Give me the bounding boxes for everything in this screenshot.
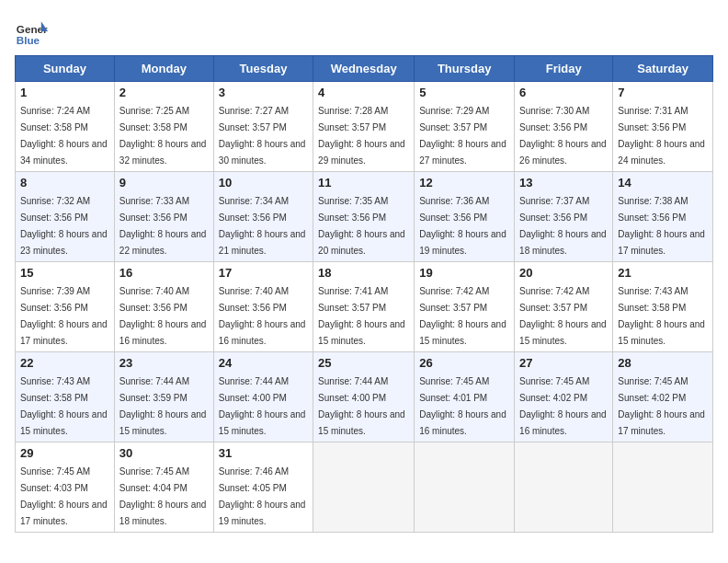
calendar-cell: 26Sunrise: 7:45 AMSunset: 4:01 PMDayligh… [415, 352, 515, 442]
day-detail: Sunrise: 7:30 AMSunset: 3:56 PMDaylight:… [519, 106, 607, 166]
page-header: General Blue [15, 15, 713, 48]
calendar-week-row: 29Sunrise: 7:45 AMSunset: 4:03 PMDayligh… [16, 442, 713, 533]
day-number: 3 [219, 86, 308, 99]
day-number: 4 [318, 86, 409, 99]
calendar-cell: 19Sunrise: 7:42 AMSunset: 3:57 PMDayligh… [415, 262, 515, 352]
calendar-cell: 25Sunrise: 7:44 AMSunset: 4:00 PMDayligh… [313, 352, 415, 442]
day-detail: Sunrise: 7:45 AMSunset: 4:02 PMDaylight:… [618, 376, 705, 436]
calendar-week-row: 22Sunrise: 7:43 AMSunset: 3:58 PMDayligh… [16, 352, 713, 442]
day-detail: Sunrise: 7:37 AMSunset: 3:56 PMDaylight:… [519, 196, 607, 256]
day-number: 7 [618, 86, 708, 99]
calendar-cell: 5Sunrise: 7:29 AMSunset: 3:57 PMDaylight… [415, 82, 515, 172]
day-number: 30 [119, 446, 209, 460]
calendar-week-row: 15Sunrise: 7:39 AMSunset: 3:56 PMDayligh… [16, 262, 713, 352]
calendar-cell: 3Sunrise: 7:27 AMSunset: 3:57 PMDaylight… [213, 82, 313, 172]
calendar-cell: 12Sunrise: 7:36 AMSunset: 3:56 PMDayligh… [415, 172, 515, 262]
day-number: 15 [20, 266, 109, 280]
calendar-cell: 21Sunrise: 7:43 AMSunset: 3:58 PMDayligh… [613, 262, 713, 352]
day-detail: Sunrise: 7:45 AMSunset: 4:03 PMDaylight:… [20, 466, 108, 526]
calendar-cell: 4Sunrise: 7:28 AMSunset: 3:57 PMDaylight… [313, 82, 415, 172]
calendar-cell: 28Sunrise: 7:45 AMSunset: 4:02 PMDayligh… [613, 352, 713, 442]
day-detail: Sunrise: 7:33 AMSunset: 3:56 PMDaylight:… [119, 196, 207, 256]
day-detail: Sunrise: 7:29 AMSunset: 3:57 PMDaylight:… [419, 106, 506, 166]
day-detail: Sunrise: 7:32 AMSunset: 3:56 PMDaylight:… [20, 196, 108, 256]
day-number: 10 [219, 176, 308, 190]
calendar-cell: 8Sunrise: 7:32 AMSunset: 3:56 PMDaylight… [16, 172, 115, 262]
day-detail: Sunrise: 7:41 AMSunset: 3:57 PMDaylight:… [318, 286, 405, 346]
day-detail: Sunrise: 7:34 AMSunset: 3:56 PMDaylight:… [219, 196, 306, 256]
calendar-cell: 30Sunrise: 7:45 AMSunset: 4:04 PMDayligh… [114, 442, 213, 533]
calendar-cell: 22Sunrise: 7:43 AMSunset: 3:58 PMDayligh… [16, 352, 115, 442]
header-monday: Monday [114, 56, 213, 82]
calendar-cell: 7Sunrise: 7:31 AMSunset: 3:56 PMDaylight… [613, 82, 713, 172]
day-number: 11 [318, 176, 409, 190]
day-detail: Sunrise: 7:44 AMSunset: 4:00 PMDaylight:… [318, 376, 405, 436]
day-detail: Sunrise: 7:45 AMSunset: 4:01 PMDaylight:… [419, 376, 506, 436]
calendar-cell: 11Sunrise: 7:35 AMSunset: 3:56 PMDayligh… [313, 172, 415, 262]
day-number: 22 [20, 356, 109, 370]
day-detail: Sunrise: 7:38 AMSunset: 3:56 PMDaylight:… [618, 196, 705, 256]
day-number: 16 [119, 266, 209, 280]
day-detail: Sunrise: 7:45 AMSunset: 4:04 PMDaylight:… [119, 466, 207, 526]
day-detail: Sunrise: 7:44 AMSunset: 3:59 PMDaylight:… [119, 376, 207, 436]
calendar-cell: 15Sunrise: 7:39 AMSunset: 3:56 PMDayligh… [16, 262, 115, 352]
calendar-header-row: SundayMondayTuesdayWednesdayThursdayFrid… [16, 56, 713, 82]
day-number: 28 [618, 356, 708, 370]
day-number: 5 [419, 86, 509, 99]
header-saturday: Saturday [613, 56, 713, 82]
calendar-cell: 10Sunrise: 7:34 AMSunset: 3:56 PMDayligh… [213, 172, 313, 262]
svg-text:Blue: Blue [17, 34, 40, 46]
calendar-cell: 20Sunrise: 7:42 AMSunset: 3:57 PMDayligh… [515, 262, 613, 352]
day-number: 19 [419, 266, 509, 280]
day-detail: Sunrise: 7:43 AMSunset: 3:58 PMDaylight:… [618, 286, 705, 346]
day-detail: Sunrise: 7:39 AMSunset: 3:56 PMDaylight:… [20, 286, 108, 346]
day-detail: Sunrise: 7:42 AMSunset: 3:57 PMDaylight:… [519, 286, 607, 346]
calendar-cell: 31Sunrise: 7:46 AMSunset: 4:05 PMDayligh… [213, 442, 313, 533]
day-number: 13 [519, 176, 608, 190]
day-detail: Sunrise: 7:42 AMSunset: 3:57 PMDaylight:… [419, 286, 506, 346]
day-detail: Sunrise: 7:46 AMSunset: 4:05 PMDaylight:… [219, 466, 306, 526]
calendar-cell [515, 442, 613, 533]
day-number: 1 [20, 86, 109, 99]
calendar-cell: 6Sunrise: 7:30 AMSunset: 3:56 PMDaylight… [515, 82, 613, 172]
day-number: 29 [20, 446, 109, 460]
day-number: 9 [119, 176, 209, 190]
logo: General Blue [15, 15, 48, 48]
day-number: 25 [318, 356, 409, 370]
day-detail: Sunrise: 7:35 AMSunset: 3:56 PMDaylight:… [318, 196, 405, 256]
header-thursday: Thursday [415, 56, 515, 82]
day-detail: Sunrise: 7:28 AMSunset: 3:57 PMDaylight:… [318, 106, 405, 166]
header-tuesday: Tuesday [213, 56, 313, 82]
calendar-cell: 1Sunrise: 7:24 AMSunset: 3:58 PMDaylight… [16, 82, 115, 172]
day-number: 26 [419, 356, 509, 370]
day-detail: Sunrise: 7:25 AMSunset: 3:58 PMDaylight:… [119, 106, 207, 166]
header-sunday: Sunday [16, 56, 115, 82]
calendar-cell [313, 442, 415, 533]
day-number: 27 [519, 356, 608, 370]
calendar-cell: 16Sunrise: 7:40 AMSunset: 3:56 PMDayligh… [114, 262, 213, 352]
day-detail: Sunrise: 7:36 AMSunset: 3:56 PMDaylight:… [419, 196, 506, 256]
calendar-week-row: 1Sunrise: 7:24 AMSunset: 3:58 PMDaylight… [16, 82, 713, 172]
day-detail: Sunrise: 7:31 AMSunset: 3:56 PMDaylight:… [618, 106, 705, 166]
header-friday: Friday [515, 56, 613, 82]
day-detail: Sunrise: 7:44 AMSunset: 4:00 PMDaylight:… [219, 376, 306, 436]
day-number: 2 [119, 86, 209, 99]
day-number: 17 [219, 266, 308, 280]
day-number: 21 [618, 266, 708, 280]
day-number: 18 [318, 266, 409, 280]
calendar-cell: 29Sunrise: 7:45 AMSunset: 4:03 PMDayligh… [16, 442, 115, 533]
day-detail: Sunrise: 7:40 AMSunset: 3:56 PMDaylight:… [119, 286, 207, 346]
day-number: 31 [219, 446, 308, 460]
calendar-cell: 9Sunrise: 7:33 AMSunset: 3:56 PMDaylight… [114, 172, 213, 262]
calendar-cell: 24Sunrise: 7:44 AMSunset: 4:00 PMDayligh… [213, 352, 313, 442]
day-number: 20 [519, 266, 608, 280]
calendar-cell: 2Sunrise: 7:25 AMSunset: 3:58 PMDaylight… [114, 82, 213, 172]
day-number: 14 [618, 176, 708, 190]
calendar-cell: 18Sunrise: 7:41 AMSunset: 3:57 PMDayligh… [313, 262, 415, 352]
calendar-cell: 17Sunrise: 7:40 AMSunset: 3:56 PMDayligh… [213, 262, 313, 352]
day-number: 23 [119, 356, 209, 370]
calendar-cell: 14Sunrise: 7:38 AMSunset: 3:56 PMDayligh… [613, 172, 713, 262]
calendar-cell: 13Sunrise: 7:37 AMSunset: 3:56 PMDayligh… [515, 172, 613, 262]
day-number: 24 [219, 356, 308, 370]
day-detail: Sunrise: 7:24 AMSunset: 3:58 PMDaylight:… [20, 106, 108, 166]
